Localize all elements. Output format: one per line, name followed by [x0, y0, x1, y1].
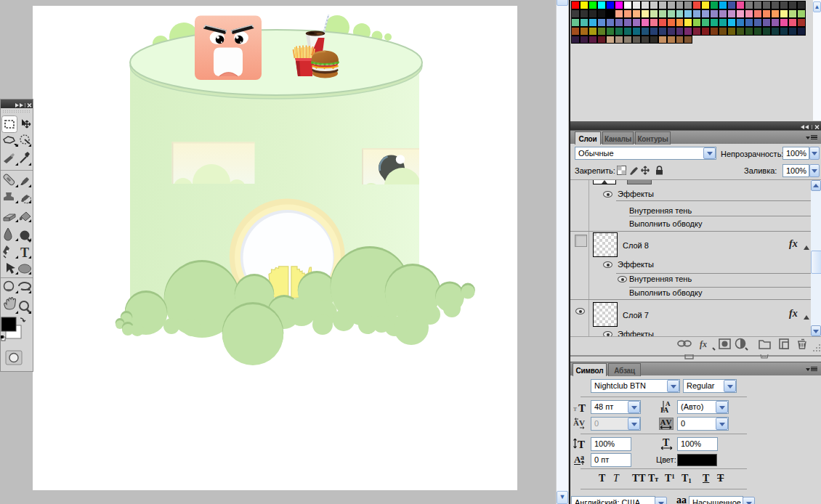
svg-text:A: A: [573, 418, 579, 427]
svg-text:т: т: [573, 405, 577, 412]
svg-text:a: a: [581, 453, 584, 461]
svg-text:T: T: [578, 402, 586, 413]
svg-text:fx: fx: [700, 339, 707, 349]
svg-text:T: T: [578, 439, 585, 450]
svg-text:T: T: [20, 245, 29, 260]
svg-text:V: V: [579, 418, 585, 427]
svg-text:A: A: [660, 418, 666, 426]
svg-text:IA: IA: [660, 406, 669, 413]
svg-text:V: V: [666, 418, 672, 426]
svg-text:T: T: [663, 437, 670, 448]
